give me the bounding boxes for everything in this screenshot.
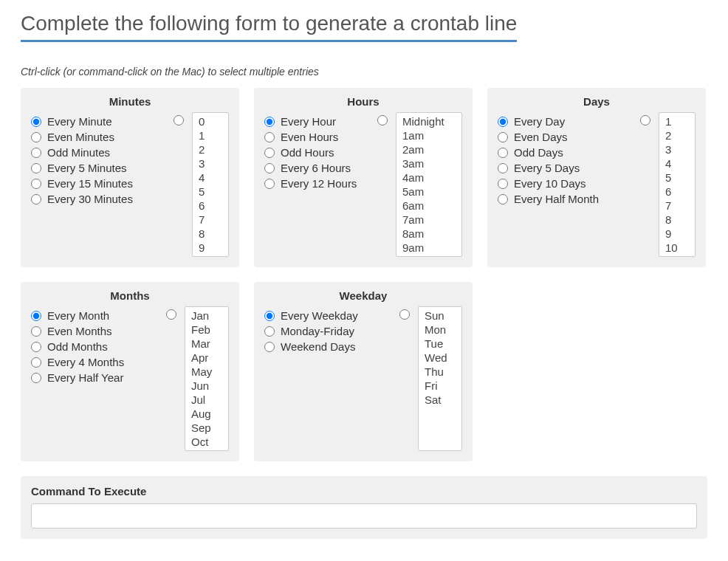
minutes-radio[interactable] [31,132,41,142]
days-select-option[interactable]: 5 [661,171,693,185]
months-custom-radio[interactable] [166,309,176,320]
days-option[interactable]: Every Day [498,115,636,128]
months-option[interactable]: Every Half Year [31,371,162,384]
weekday-radio[interactable] [264,311,275,321]
days-radio[interactable] [498,194,508,204]
months-select-option[interactable]: Oct [187,435,227,449]
days-select-option[interactable]: 4 [661,156,693,171]
minutes-option[interactable]: Every 15 Minutes [31,177,170,190]
hours-custom-radio[interactable] [377,115,388,125]
hours-option[interactable]: Odd Hours [264,146,374,159]
minutes-select-option[interactable]: 4 [194,171,227,185]
hours-radio[interactable] [264,148,275,158]
days-radio[interactable] [498,117,508,127]
hours-select-option[interactable]: Midnight [398,114,460,128]
hours-select[interactable]: Midnight1am2am3am4am5am6am7am8am9am [396,112,462,257]
hours-select-option[interactable]: 3am [398,156,460,171]
days-radio[interactable] [498,179,508,189]
months-select-option[interactable]: Feb [187,323,227,337]
minutes-select-option[interactable]: 8 [194,227,227,241]
days-option[interactable]: Odd Days [498,146,636,159]
days-option[interactable]: Every 5 Days [498,162,636,174]
weekday-select-option[interactable]: Tue [420,337,460,351]
months-radio[interactable] [31,326,41,337]
minutes-select-option[interactable]: 7 [194,213,227,227]
days-radio[interactable] [498,132,508,142]
command-input[interactable] [31,503,697,529]
weekday-custom-radio[interactable] [399,309,410,320]
hours-option[interactable]: Every Hour [264,115,374,128]
minutes-option[interactable]: Every 5 Minutes [31,162,170,174]
weekday-option[interactable]: Monday-Friday [264,325,396,337]
months-select-option[interactable]: Jan [187,309,227,323]
minutes-radio[interactable] [31,163,41,173]
hours-option[interactable]: Even Hours [264,131,374,143]
hours-option[interactable]: Every 12 Hours [264,177,374,190]
minutes-option[interactable]: Every 30 Minutes [31,193,170,205]
minutes-custom-radio[interactable] [174,115,184,125]
months-select-option[interactable]: May [187,365,227,379]
weekday-radio[interactable] [264,342,275,352]
minutes-select-option[interactable]: 2 [194,142,227,156]
hours-radio[interactable] [264,163,275,173]
minutes-radio[interactable] [31,194,41,204]
days-option[interactable]: Even Days [498,131,636,143]
days-select-option[interactable]: 10 [661,241,693,255]
months-radio[interactable] [31,342,41,352]
minutes-select-option[interactable]: 0 [194,114,227,128]
months-select-option[interactable]: Jun [187,379,227,393]
days-radio[interactable] [498,148,508,158]
hours-select-option[interactable]: 7am [398,213,460,227]
hours-select-option[interactable]: 4am [398,171,460,185]
months-select-option[interactable]: Sep [187,421,227,435]
months-select-option[interactable]: Aug [187,407,227,421]
weekday-select-option[interactable]: Sat [420,393,460,407]
minutes-radio[interactable] [31,117,41,127]
months-select-option[interactable]: Mar [187,337,227,351]
weekday-select-option[interactable]: Wed [420,351,460,365]
hours-select-option[interactable]: 6am [398,199,460,213]
months-option[interactable]: Odd Months [31,340,162,353]
minutes-select-option[interactable]: 6 [194,199,227,213]
days-select-option[interactable]: 3 [661,142,693,156]
weekday-select-option[interactable]: Mon [420,323,460,337]
months-option[interactable]: Even Months [31,325,162,337]
minutes-option[interactable]: Odd Minutes [31,146,170,159]
days-select-option[interactable]: 8 [661,213,693,227]
months-radio[interactable] [31,373,41,383]
minutes-select[interactable]: 0123456789 [192,112,229,257]
minutes-select-option[interactable]: 1 [194,128,227,142]
months-option[interactable]: Every 4 Months [31,356,162,368]
hours-select-option[interactable]: 1am [398,128,460,142]
hours-select-option[interactable]: 8am [398,227,460,241]
minutes-select-option[interactable]: 9 [194,241,227,255]
minutes-radio[interactable] [31,179,41,189]
weekday-select[interactable]: SunMonTueWedThuFriSat [418,306,462,451]
minutes-radio[interactable] [31,148,41,158]
minutes-option[interactable]: Every Minute [31,115,170,128]
months-select-option[interactable]: Apr [187,351,227,365]
hours-select-option[interactable]: 9am [398,241,460,255]
days-radio[interactable] [498,163,508,173]
days-select[interactable]: 12345678910 [659,112,696,257]
hours-radio[interactable] [264,179,275,189]
hours-radio[interactable] [264,117,275,127]
months-select-option[interactable]: Jul [187,393,227,407]
days-option[interactable]: Every Half Month [498,193,636,205]
hours-select-option[interactable]: 5am [398,185,460,199]
days-select-option[interactable]: 2 [661,128,693,142]
hours-option[interactable]: Every 6 Hours [264,162,374,174]
weekday-select-option[interactable]: Fri [420,379,460,393]
weekday-select-option[interactable]: Thu [420,365,460,379]
days-select-option[interactable]: 7 [661,199,693,213]
days-option[interactable]: Every 10 Days [498,177,636,190]
weekday-option[interactable]: Every Weekday [264,309,396,322]
months-select[interactable]: JanFebMarAprMayJunJulAugSepOct [185,306,229,451]
hours-select-option[interactable]: 2am [398,142,460,156]
days-select-option[interactable]: 9 [661,227,693,241]
minutes-select-option[interactable]: 3 [194,156,227,171]
months-option[interactable]: Every Month [31,309,162,322]
minutes-select-option[interactable]: 5 [194,185,227,199]
minutes-option[interactable]: Even Minutes [31,131,170,143]
months-radio[interactable] [31,357,41,368]
